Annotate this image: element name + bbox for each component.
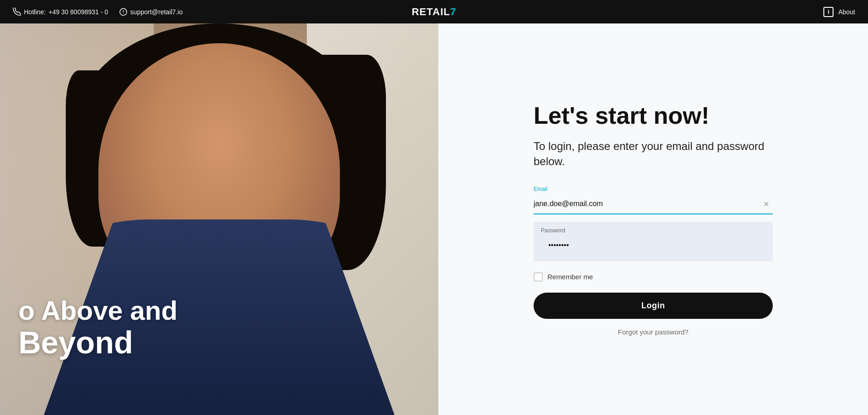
email-clear-button[interactable]: ✕ xyxy=(763,201,769,208)
navbar: Hotline: +49 30 80098931 - 0 support@ret… xyxy=(0,0,868,23)
remember-row: Remember me xyxy=(534,272,773,282)
support-email: support@retail7.io xyxy=(130,8,183,16)
navbar-right: i About xyxy=(823,7,855,17)
remember-label[interactable]: Remember me xyxy=(547,273,593,281)
page-content: o Above and Beyond Let's start now! To l… xyxy=(0,0,868,415)
password-label: Password xyxy=(541,227,765,234)
hotline-number: +49 30 80098931 - 0 xyxy=(48,8,108,16)
hero-image: o Above and Beyond xyxy=(0,23,438,415)
forgot-password-link[interactable]: Forgot your password? xyxy=(534,328,773,336)
login-panel: Let's start now! To login, please enter … xyxy=(438,23,868,415)
login-subtitle: To login, please enter your email and pa… xyxy=(534,138,773,169)
support-email-link[interactable]: support@retail7.io xyxy=(119,8,183,16)
hero-line2: Beyond xyxy=(18,325,178,360)
hero-panel: o Above and Beyond xyxy=(0,23,438,415)
logo-accent: 7 xyxy=(450,6,456,17)
login-button[interactable]: Login xyxy=(534,293,773,319)
password-input[interactable] xyxy=(541,236,765,255)
brand-logo: RETAIL7 xyxy=(412,6,456,17)
email-icon xyxy=(119,8,127,16)
hero-text: o Above and Beyond xyxy=(18,296,178,360)
password-wrapper xyxy=(541,236,765,255)
login-title: Let's start now! xyxy=(534,103,773,129)
email-input[interactable] xyxy=(534,194,773,214)
logo-area: RETAIL7 xyxy=(412,6,456,18)
password-field-group: Password xyxy=(534,222,773,261)
hotline: Hotline: +49 30 80098931 - 0 xyxy=(13,8,108,16)
login-box: Let's start now! To login, please enter … xyxy=(534,103,773,335)
phone-icon xyxy=(13,8,21,16)
hero-line1: o Above and xyxy=(18,296,178,325)
hotline-label: Hotline: xyxy=(24,8,46,16)
remember-checkbox[interactable] xyxy=(534,272,543,282)
email-wrapper: ✕ xyxy=(534,194,773,214)
logo-text: RETAIL xyxy=(412,6,450,17)
email-label: Email xyxy=(534,186,773,192)
email-field-group: Email ✕ xyxy=(534,186,773,214)
password-container: Password xyxy=(534,222,773,261)
about-link[interactable]: About xyxy=(838,8,855,16)
navbar-left: Hotline: +49 30 80098931 - 0 support@ret… xyxy=(13,8,183,16)
info-icon[interactable]: i xyxy=(823,7,834,17)
